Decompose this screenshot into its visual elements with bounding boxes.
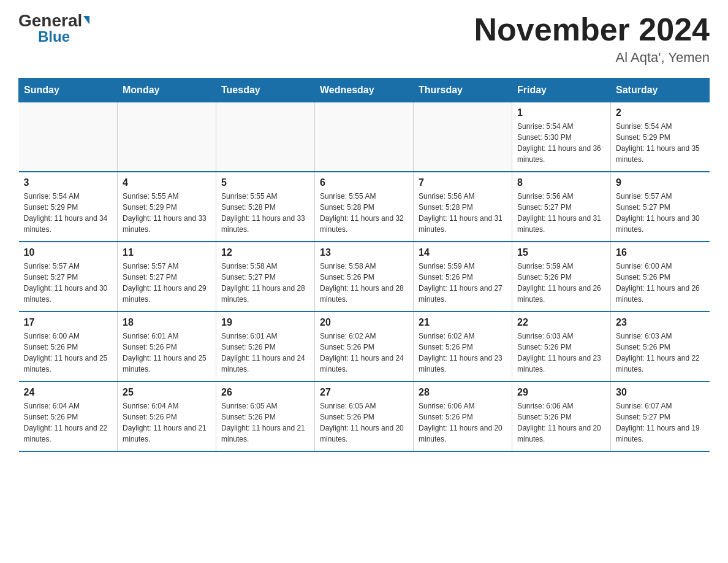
day-number: 2: [616, 107, 705, 118]
day-number: 18: [123, 317, 211, 328]
calendar-day-cell: 15Sunrise: 5:59 AMSunset: 5:26 PMDayligh…: [512, 242, 611, 312]
day-info: Sunrise: 5:57 AMSunset: 5:27 PMDaylight:…: [24, 261, 113, 305]
day-number: 15: [517, 247, 605, 258]
day-number: 10: [24, 247, 113, 258]
calendar-day-cell: 19Sunrise: 6:01 AMSunset: 5:26 PMDayligh…: [216, 312, 315, 381]
day-number: 16: [616, 247, 705, 258]
calendar-day-cell: 17Sunrise: 6:00 AMSunset: 5:26 PMDayligh…: [19, 312, 118, 381]
calendar-body: 1Sunrise: 5:54 AMSunset: 5:30 PMDaylight…: [19, 102, 710, 452]
day-info: Sunrise: 6:01 AMSunset: 5:26 PMDaylight:…: [221, 331, 309, 375]
calendar-day-cell: 23Sunrise: 6:03 AMSunset: 5:26 PMDayligh…: [611, 312, 710, 381]
calendar-week-row: 17Sunrise: 6:00 AMSunset: 5:26 PMDayligh…: [19, 312, 710, 381]
calendar-day-cell: 9Sunrise: 5:57 AMSunset: 5:27 PMDaylight…: [611, 172, 710, 242]
calendar-day-cell: 3Sunrise: 5:54 AMSunset: 5:29 PMDaylight…: [19, 172, 118, 242]
calendar-week-row: 1Sunrise: 5:54 AMSunset: 5:30 PMDaylight…: [19, 102, 710, 172]
day-number: 22: [517, 317, 605, 328]
day-info: Sunrise: 6:06 AMSunset: 5:26 PMDaylight:…: [419, 400, 507, 445]
day-info: Sunrise: 5:55 AMSunset: 5:28 PMDaylight:…: [221, 191, 309, 235]
calendar-day-cell: 12Sunrise: 5:58 AMSunset: 5:27 PMDayligh…: [216, 242, 315, 312]
day-number: 21: [419, 317, 507, 328]
day-of-week-header: Thursday: [414, 79, 512, 102]
day-of-week-header: Monday: [118, 79, 216, 102]
calendar-day-cell: 13Sunrise: 5:58 AMSunset: 5:26 PMDayligh…: [315, 242, 414, 312]
day-number: 5: [221, 177, 309, 188]
day-info: Sunrise: 6:06 AMSunset: 5:26 PMDaylight:…: [517, 400, 605, 445]
calendar-table: SundayMondayTuesdayWednesdayThursdayFrid…: [18, 78, 710, 452]
day-of-week-header: Tuesday: [216, 79, 315, 102]
day-number: 9: [616, 177, 705, 188]
day-info: Sunrise: 6:00 AMSunset: 5:26 PMDaylight:…: [616, 261, 705, 305]
day-info: Sunrise: 6:07 AMSunset: 5:27 PMDaylight:…: [616, 400, 705, 445]
day-info: Sunrise: 5:57 AMSunset: 5:27 PMDaylight:…: [616, 191, 705, 235]
calendar-day-cell: 20Sunrise: 6:02 AMSunset: 5:26 PMDayligh…: [315, 312, 414, 381]
day-info: Sunrise: 5:59 AMSunset: 5:26 PMDaylight:…: [517, 261, 605, 305]
calendar-day-cell: [118, 102, 216, 172]
calendar-day-cell: 6Sunrise: 5:55 AMSunset: 5:28 PMDaylight…: [315, 172, 414, 242]
day-info: Sunrise: 6:03 AMSunset: 5:26 PMDaylight:…: [517, 331, 605, 375]
day-number: 24: [24, 387, 113, 398]
calendar-day-cell: [19, 102, 118, 172]
day-info: Sunrise: 5:55 AMSunset: 5:29 PMDaylight:…: [123, 191, 211, 235]
calendar-day-cell: 28Sunrise: 6:06 AMSunset: 5:26 PMDayligh…: [414, 381, 512, 451]
logo-general-text: General: [18, 12, 82, 29]
calendar-day-cell: 25Sunrise: 6:04 AMSunset: 5:26 PMDayligh…: [118, 381, 216, 451]
calendar-day-cell: 14Sunrise: 5:59 AMSunset: 5:26 PMDayligh…: [414, 242, 512, 312]
calendar-day-cell: 1Sunrise: 5:54 AMSunset: 5:30 PMDaylight…: [512, 102, 611, 172]
title-block: November 2024 Al Aqta', Yemen: [474, 12, 710, 66]
day-of-week-header: Wednesday: [315, 79, 414, 102]
day-info: Sunrise: 6:04 AMSunset: 5:26 PMDaylight:…: [24, 400, 113, 445]
calendar-day-cell: 27Sunrise: 6:05 AMSunset: 5:26 PMDayligh…: [315, 381, 414, 451]
day-of-week-header: Saturday: [611, 79, 710, 102]
logo: General Blue: [18, 12, 89, 44]
day-number: 17: [24, 317, 113, 328]
day-info: Sunrise: 5:59 AMSunset: 5:26 PMDaylight:…: [419, 261, 507, 305]
day-info: Sunrise: 6:05 AMSunset: 5:26 PMDaylight:…: [221, 400, 309, 445]
day-number: 12: [221, 247, 309, 258]
calendar-day-cell: 30Sunrise: 6:07 AMSunset: 5:27 PMDayligh…: [611, 381, 710, 451]
day-number: 26: [221, 387, 309, 398]
day-number: 19: [221, 317, 309, 328]
calendar-day-cell: 11Sunrise: 5:57 AMSunset: 5:27 PMDayligh…: [118, 242, 216, 312]
day-number: 8: [517, 177, 605, 188]
day-number: 4: [123, 177, 211, 188]
day-number: 28: [419, 387, 507, 398]
day-info: Sunrise: 6:02 AMSunset: 5:26 PMDaylight:…: [419, 331, 507, 375]
day-info: Sunrise: 6:02 AMSunset: 5:26 PMDaylight:…: [320, 331, 408, 375]
calendar-week-row: 3Sunrise: 5:54 AMSunset: 5:29 PMDaylight…: [19, 172, 710, 242]
day-info: Sunrise: 5:56 AMSunset: 5:27 PMDaylight:…: [517, 191, 605, 235]
day-info: Sunrise: 6:05 AMSunset: 5:26 PMDaylight:…: [320, 400, 408, 445]
day-number: 7: [419, 177, 507, 188]
day-number: 13: [320, 247, 408, 258]
calendar-day-cell: 10Sunrise: 5:57 AMSunset: 5:27 PMDayligh…: [19, 242, 118, 312]
day-number: 29: [517, 387, 605, 398]
calendar-day-cell: 8Sunrise: 5:56 AMSunset: 5:27 PMDaylight…: [512, 172, 611, 242]
calendar-week-row: 24Sunrise: 6:04 AMSunset: 5:26 PMDayligh…: [19, 381, 710, 451]
calendar-day-cell: 22Sunrise: 6:03 AMSunset: 5:26 PMDayligh…: [512, 312, 611, 381]
day-number: 23: [616, 317, 705, 328]
calendar-day-cell: 21Sunrise: 6:02 AMSunset: 5:26 PMDayligh…: [414, 312, 512, 381]
location: Al Aqta', Yemen: [474, 50, 710, 66]
calendar-day-cell: 5Sunrise: 5:55 AMSunset: 5:28 PMDaylight…: [216, 172, 315, 242]
day-info: Sunrise: 5:58 AMSunset: 5:26 PMDaylight:…: [320, 261, 408, 305]
day-info: Sunrise: 5:55 AMSunset: 5:28 PMDaylight:…: [320, 191, 408, 235]
day-of-week-header: Sunday: [19, 79, 118, 102]
day-number: 30: [616, 387, 705, 398]
logo-blue-text: Blue: [38, 29, 70, 44]
day-info: Sunrise: 5:54 AMSunset: 5:30 PMDaylight:…: [517, 121, 605, 165]
calendar-day-cell: 26Sunrise: 6:05 AMSunset: 5:26 PMDayligh…: [216, 381, 315, 451]
day-info: Sunrise: 5:54 AMSunset: 5:29 PMDaylight:…: [616, 121, 705, 165]
day-number: 3: [24, 177, 113, 188]
day-of-week-header: Friday: [512, 79, 611, 102]
calendar-day-cell: 24Sunrise: 6:04 AMSunset: 5:26 PMDayligh…: [19, 381, 118, 451]
day-number: 27: [320, 387, 408, 398]
calendar-day-cell: 4Sunrise: 5:55 AMSunset: 5:29 PMDaylight…: [118, 172, 216, 242]
page-header: General Blue November 2024 Al Aqta', Yem…: [18, 12, 710, 66]
day-info: Sunrise: 5:54 AMSunset: 5:29 PMDaylight:…: [24, 191, 113, 235]
days-row: SundayMondayTuesdayWednesdayThursdayFrid…: [19, 79, 710, 102]
day-info: Sunrise: 6:01 AMSunset: 5:26 PMDaylight:…: [123, 331, 211, 375]
calendar-day-cell: [216, 102, 315, 172]
calendar-day-cell: 2Sunrise: 5:54 AMSunset: 5:29 PMDaylight…: [611, 102, 710, 172]
day-number: 14: [419, 247, 507, 258]
day-number: 20: [320, 317, 408, 328]
calendar-day-cell: 18Sunrise: 6:01 AMSunset: 5:26 PMDayligh…: [118, 312, 216, 381]
